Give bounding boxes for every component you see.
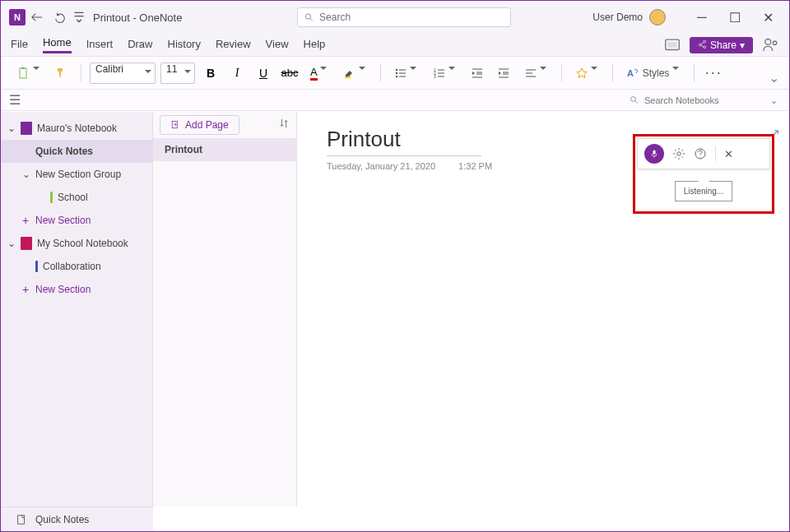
- menu-view[interactable]: View: [266, 38, 289, 53]
- chevron-down-icon: [591, 67, 599, 73]
- svg-rect-6: [20, 68, 26, 78]
- bullets-button[interactable]: [389, 62, 423, 84]
- mic-button[interactable]: [644, 144, 664, 164]
- font-color-button[interactable]: A: [305, 62, 333, 84]
- paste-button[interactable]: [12, 62, 46, 84]
- sidebar-item-label: Collaboration: [43, 261, 101, 272]
- quick-access-dropdown[interactable]: [72, 6, 86, 29]
- avatar[interactable]: [649, 9, 666, 25]
- font-size-select[interactable]: 11: [160, 62, 195, 84]
- indent-button[interactable]: [493, 62, 514, 84]
- plus-icon: +: [22, 214, 30, 227]
- chevron-down-icon: [145, 70, 151, 76]
- numbering-button[interactable]: 123: [428, 62, 462, 84]
- sidebar-item-my-school-notebook[interactable]: ⌄My School Notebook: [1, 232, 152, 255]
- minimize-button[interactable]: ─: [685, 5, 718, 30]
- nav-toggle-icon[interactable]: ☰: [9, 92, 21, 108]
- chevron-down-icon: [33, 67, 41, 73]
- sidebar-item-label: New Section: [35, 284, 91, 295]
- chevron-down-icon: [184, 70, 191, 76]
- format-painter-button[interactable]: [51, 62, 72, 84]
- styles-icon: A: [626, 67, 639, 80]
- window-title: Printout - OneNote: [93, 12, 182, 24]
- undo-button[interactable]: [49, 6, 72, 29]
- styles-button[interactable]: A Styles: [621, 62, 686, 84]
- font-name-select[interactable]: Calibri: [90, 62, 156, 84]
- italic-button[interactable]: I: [226, 62, 248, 84]
- sidebar-item-school[interactable]: School: [1, 186, 152, 209]
- meet-now-icon[interactable]: [761, 36, 779, 54]
- section-icon: [50, 192, 53, 203]
- add-page-button[interactable]: Add Page: [160, 115, 239, 135]
- page-item-printout[interactable]: Printout: [153, 138, 296, 161]
- svg-text:A: A: [627, 68, 634, 78]
- svg-rect-39: [18, 515, 25, 524]
- strikethrough-button[interactable]: abc: [279, 62, 300, 84]
- outdent-button[interactable]: [467, 62, 488, 84]
- open-in-desktop-icon[interactable]: [663, 36, 681, 54]
- highlight-button[interactable]: [338, 62, 372, 84]
- user-area[interactable]: User Demo: [592, 9, 666, 25]
- sidebar-item-collaboration[interactable]: Collaboration: [1, 255, 152, 278]
- sidebar-item-mauro-s-notebook[interactable]: ⌄Mauro's Notebook: [1, 117, 152, 140]
- sidebar-item-quick-notes[interactable]: Quick Notes: [1, 140, 152, 163]
- menu-insert[interactable]: Insert: [86, 38, 114, 53]
- back-button[interactable]: [26, 6, 49, 29]
- gear-icon[interactable]: [672, 147, 685, 160]
- sidebar-item-label: Mauro's Notebook: [37, 123, 117, 134]
- collapse-ribbon-icon[interactable]: ⌄: [769, 70, 779, 86]
- search-input[interactable]: [319, 12, 504, 23]
- share-button[interactable]: Share ▾: [690, 37, 753, 53]
- maximize-button[interactable]: ☐: [718, 5, 751, 30]
- share-icon: [698, 40, 707, 49]
- svg-rect-7: [21, 67, 25, 69]
- sidebar-item-new-section[interactable]: +New Section: [1, 209, 152, 232]
- menu-history[interactable]: History: [168, 38, 201, 53]
- chevron-down-icon: [320, 67, 328, 73]
- bold-button[interactable]: B: [200, 62, 221, 84]
- underline-button[interactable]: U: [253, 62, 274, 84]
- menu-help[interactable]: Help: [304, 38, 326, 53]
- menu-draw[interactable]: Draw: [128, 38, 152, 53]
- chevron-down-icon: ⌄: [770, 95, 778, 106]
- dictation-callout: ✕ Listening...: [633, 134, 774, 214]
- notebook-search[interactable]: Search Notebooks ⌄: [630, 92, 778, 109]
- align-button[interactable]: [519, 62, 553, 84]
- ribbon-toolbar: Calibri 11 B I U abc A 123 A Styles ··· …: [1, 57, 789, 90]
- svg-point-9: [395, 68, 397, 70]
- page-icon: [16, 514, 27, 525]
- share-label: Share: [710, 39, 737, 51]
- chevron-down-icon: ⌄: [7, 123, 16, 134]
- chevron-down-icon: [410, 67, 418, 73]
- tags-button[interactable]: [570, 62, 604, 84]
- sort-pages-icon[interactable]: [278, 118, 290, 132]
- help-icon[interactable]: [694, 147, 707, 160]
- footer-quicknotes[interactable]: Quick Notes: [1, 507, 153, 531]
- menu-review[interactable]: Review: [216, 38, 251, 53]
- menu-file[interactable]: File: [11, 38, 28, 53]
- sidebar-item-label: School: [58, 192, 88, 203]
- pages-panel: Add Page Printout: [153, 112, 297, 507]
- chevron-down-icon: ⌄: [22, 169, 30, 180]
- menu-home[interactable]: Home: [43, 36, 72, 53]
- page-title[interactable]: Printout: [327, 127, 481, 156]
- close-button[interactable]: ✕: [751, 5, 784, 30]
- more-commands-button[interactable]: ···: [703, 62, 724, 84]
- sidebar-item-new-section[interactable]: +New Section: [1, 278, 152, 301]
- global-search[interactable]: [297, 7, 511, 27]
- page-time: 1:32 PM: [458, 161, 492, 171]
- sidebar-item-label: New Section: [35, 215, 91, 226]
- dictation-tooltip: Listening...: [675, 181, 732, 201]
- page-date: Tuesday, January 21, 2020: [327, 161, 435, 171]
- dictation-close-button[interactable]: ✕: [724, 148, 733, 160]
- add-page-icon: [170, 120, 180, 130]
- section-icon: [35, 261, 38, 272]
- sidebar-item-new-section-group[interactable]: ⌄New Section Group: [1, 163, 152, 186]
- svg-point-11: [395, 72, 397, 73]
- user-name-label: User Demo: [592, 12, 643, 23]
- chevron-down-icon: ▾: [740, 39, 745, 51]
- svg-line-34: [635, 101, 638, 104]
- plus-icon: +: [22, 283, 30, 296]
- svg-point-13: [395, 75, 397, 76]
- svg-rect-8: [345, 76, 351, 78]
